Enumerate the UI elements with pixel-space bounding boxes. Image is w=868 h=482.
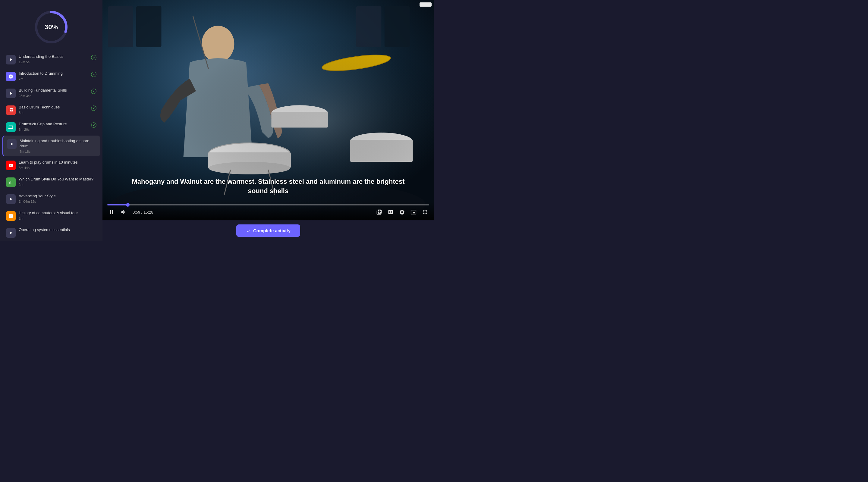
settings-button[interactable] — [398, 208, 406, 216]
lesson-check-icon — [91, 55, 96, 61]
lesson-icon-youtube — [6, 161, 16, 170]
lesson-title: Basic Drum Techniques — [19, 105, 89, 110]
lesson-duration: 7m — [19, 77, 89, 81]
lesson-info: Building Fundamental Skills23m 34s — [19, 88, 89, 98]
main-content: Mahogany and Walnut are the warmest. Sta… — [102, 0, 434, 241]
svg-point-2 — [91, 55, 96, 60]
lesson-check-icon — [91, 89, 96, 95]
lesson-item[interactable]: Introduction to Drumming7m — [2, 68, 100, 84]
svg-point-6 — [91, 123, 96, 128]
lesson-item[interactable]: Which Drum Style Do You Want to Master?2… — [2, 174, 100, 190]
checkmark-icon — [246, 228, 251, 233]
top-right-indicator — [420, 2, 432, 7]
lesson-duration: 23m 34s — [19, 94, 89, 98]
lesson-icon-video — [7, 139, 17, 149]
lesson-info: Operating systems essentials — [19, 227, 96, 233]
lesson-title: Operating systems essentials — [19, 227, 96, 232]
svg-point-5 — [91, 106, 96, 111]
lesson-title: Drumstick Grip and Posture — [19, 122, 89, 127]
lesson-check-icon — [91, 122, 96, 129]
lesson-info: History of computers: A visual tour2m — [19, 211, 96, 220]
progress-section: 30% — [0, 0, 102, 51]
lesson-check-icon — [91, 105, 96, 112]
lesson-icon-video — [6, 89, 16, 98]
video-progress-bar[interactable] — [107, 204, 429, 205]
lesson-title: Introduction to Drumming — [19, 71, 89, 76]
lesson-icon-video — [6, 228, 16, 238]
lesson-info: Introduction to Drumming7m — [19, 71, 89, 81]
lesson-duration: 12m 5s — [19, 60, 89, 64]
lesson-info: Maintaining and troubleshooting a snare … — [20, 138, 96, 153]
lesson-duration: 7m 18s — [20, 150, 96, 153]
lesson-icon-video — [6, 194, 16, 204]
video-controls: 0:59 / 15:28 — [102, 202, 434, 220]
lesson-duration: 1h 04m 12s — [19, 200, 96, 203]
progress-fill — [107, 204, 128, 205]
pip-button[interactable] — [409, 208, 418, 216]
progress-ring: 30% — [33, 9, 69, 45]
lesson-info: Drumstick Grip and Posture5m 20s — [19, 122, 89, 131]
video-container[interactable]: Mahogany and Walnut are the warmest. Sta… — [102, 0, 434, 220]
lesson-item[interactable]: Learn to play drums in 10 minutes5m 44s — [2, 157, 100, 173]
controls-row: 0:59 / 15:28 — [107, 208, 429, 216]
subtitle-text: Mahogany and Walnut are the warmest. Sta… — [127, 177, 410, 196]
volume-button[interactable] — [119, 208, 128, 216]
lesson-info: Which Drum Style Do You Want to Master?2… — [19, 177, 96, 187]
lesson-icon-presentation — [6, 211, 16, 221]
captions-button[interactable] — [386, 208, 395, 216]
right-controls — [375, 208, 429, 216]
lesson-duration: 2m — [19, 183, 96, 187]
lesson-icon-screen — [6, 122, 16, 132]
lesson-title: History of computers: A visual tour — [19, 211, 96, 216]
sidebar: 30% Understanding the Basics12m 5sIntrod… — [0, 0, 102, 241]
lesson-item[interactable]: Operating systems essentials — [2, 224, 100, 241]
lesson-title: Understanding the Basics — [19, 54, 89, 59]
lesson-duration: 5m 44s — [19, 166, 96, 170]
playlist-button[interactable] — [375, 208, 383, 216]
lesson-info: Advancing Your Style1h 04m 12s — [19, 194, 96, 203]
lesson-list: Understanding the Basics12m 5sIntroducti… — [0, 51, 102, 241]
activity-bar: Complete activity — [102, 220, 434, 241]
time-display: 0:59 / 15:28 — [133, 210, 153, 215]
lesson-item[interactable]: Drumstick Grip and Posture5m 20s — [2, 119, 100, 135]
progress-percent: 30% — [44, 23, 58, 31]
lesson-item[interactable]: Advancing Your Style1h 04m 12s — [2, 191, 100, 207]
lesson-duration: 5m — [19, 111, 89, 115]
lesson-info: Understanding the Basics12m 5s — [19, 54, 89, 64]
lesson-item[interactable]: Building Fundamental Skills23m 34s — [2, 85, 100, 101]
lesson-check-icon — [91, 72, 96, 78]
lesson-icon-chart — [6, 178, 16, 187]
lesson-title: Building Fundamental Skills — [19, 88, 89, 93]
lesson-icon-interactive — [6, 72, 16, 81]
lesson-duration: 5m 20s — [19, 128, 89, 131]
svg-point-3 — [91, 72, 96, 77]
lesson-item[interactable]: Understanding the Basics12m 5s — [2, 51, 100, 67]
lesson-item[interactable]: History of computers: A visual tour2m — [2, 207, 100, 224]
lesson-info: Learn to play drums in 10 minutes5m 44s — [19, 160, 96, 170]
lesson-icon-video — [6, 55, 16, 64]
lesson-title: Learn to play drums in 10 minutes — [19, 160, 96, 165]
lesson-info: Basic Drum Techniques5m — [19, 105, 89, 115]
subtitle-bar: Mahogany and Walnut are the warmest. Sta… — [102, 177, 434, 196]
lesson-title: Which Drum Style Do You Want to Master? — [19, 177, 96, 182]
complete-activity-button[interactable]: Complete activity — [236, 224, 300, 237]
lesson-title: Maintaining and troubleshooting a snare … — [20, 138, 96, 149]
lesson-title: Advancing Your Style — [19, 194, 96, 199]
svg-rect-29 — [112, 210, 113, 214]
progress-dot — [126, 203, 130, 207]
lesson-duration: 2m — [19, 217, 96, 220]
lesson-icon-pdf — [6, 105, 16, 115]
svg-rect-28 — [110, 210, 111, 214]
fullscreen-button[interactable] — [421, 208, 429, 216]
lesson-item[interactable]: Maintaining and troubleshooting a snare … — [2, 135, 100, 156]
pause-button[interactable] — [107, 208, 116, 216]
svg-point-4 — [91, 89, 96, 94]
lesson-item[interactable]: Basic Drum Techniques5m — [2, 102, 100, 118]
complete-button-label: Complete activity — [253, 228, 290, 233]
